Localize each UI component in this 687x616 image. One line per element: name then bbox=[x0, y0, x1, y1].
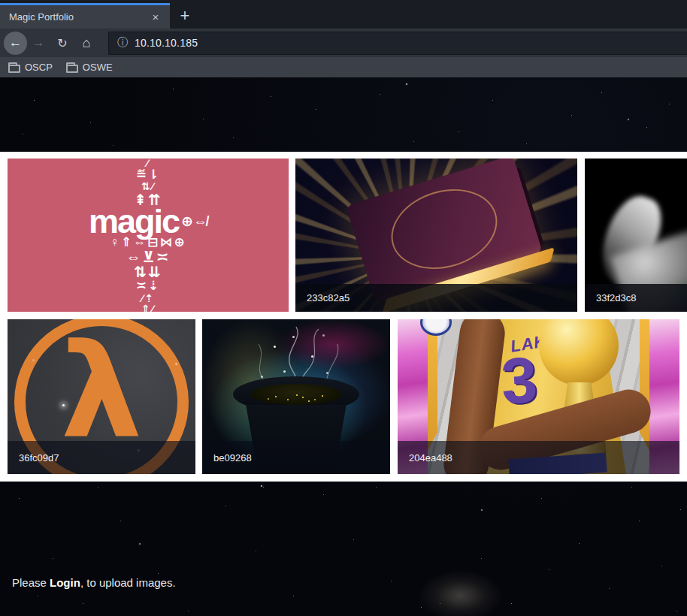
wordart-line: ⇔⊻≍ bbox=[126, 249, 171, 264]
gold-frame-bar bbox=[428, 319, 437, 451]
tab-title: Magic Portfolio bbox=[9, 11, 147, 23]
magic-wordart-image: ∕ ≝⇂ ⇅∕ ⇞⇈ magic ⊕⇎ ♀⇑⇔⊟⋈⊕ ⇔⊻≍ ⇅⇊ ≍⇣ ∕⇡ … bbox=[8, 159, 289, 312]
gallery-card-204ea488[interactable]: LAK 3 204ea488 bbox=[398, 319, 679, 474]
tab-bar: Magic Portfolio × + bbox=[0, 0, 687, 29]
folder-icon bbox=[66, 65, 78, 73]
image-caption: 33f2d3c8 bbox=[585, 284, 687, 312]
caption-text: be09268 bbox=[213, 452, 252, 464]
image-gallery: ∕ ≝⇂ ⇅∕ ⇞⇈ magic ⊕⇎ ♀⇑⇔⊟⋈⊕ ⇔⊻≍ ⇅⇊ ≍⇣ ∕⇡ … bbox=[0, 152, 687, 482]
reload-button[interactable]: ↻ bbox=[51, 36, 74, 50]
tab-close-icon[interactable]: × bbox=[147, 11, 164, 23]
bookmarks-toolbar: OSCP OSWE bbox=[0, 57, 687, 77]
star-field-bright bbox=[0, 77, 2, 79]
login-link[interactable]: Login bbox=[50, 576, 80, 589]
gold-specks bbox=[296, 394, 298, 396]
home-button[interactable]: ⌂ bbox=[75, 35, 98, 51]
wordart-line: ⇅∕ bbox=[141, 181, 155, 192]
wordart-line: ∕⇡ bbox=[141, 293, 155, 303]
gold-frame-bar bbox=[640, 319, 649, 451]
navigation-toolbar: ← → ↻ ⌂ ⓘ 10.10.10.185 bbox=[0, 29, 687, 57]
caption-text: 33f2d3c8 bbox=[596, 292, 637, 303]
sparkle-dots bbox=[202, 319, 204, 322]
gallery-card-be09268[interactable]: be09268 bbox=[202, 319, 390, 474]
home-icon: ⌂ bbox=[83, 35, 91, 51]
galaxy-glow bbox=[417, 569, 504, 616]
gallery-card-33f2d3c8[interactable]: 33f2d3c8 bbox=[585, 159, 687, 312]
wordart-line: ≝⇂ bbox=[136, 168, 161, 181]
bookmark-label: OSWE bbox=[83, 62, 113, 73]
wordart-magic-text: magic bbox=[89, 207, 179, 236]
new-tab-button[interactable]: + bbox=[174, 5, 196, 26]
bookmark-folder-oswe[interactable]: OSWE bbox=[66, 62, 113, 73]
image-caption: be09268 bbox=[202, 441, 390, 474]
image-caption: 204ea488 bbox=[398, 441, 679, 474]
wordart-line: ♀⇑⇔⊟⋈⊕ bbox=[110, 236, 186, 249]
forward-button[interactable]: → bbox=[27, 35, 50, 50]
wordart-line: ≍⇣ bbox=[136, 279, 161, 292]
bookmark-folder-oscp[interactable]: OSCP bbox=[8, 62, 53, 73]
tab-magic-portfolio[interactable]: Magic Portfolio × bbox=[0, 3, 170, 29]
wordart-line: ⇅⇊ bbox=[134, 264, 162, 279]
caption-text: 233c82a5 bbox=[307, 292, 350, 303]
gallery-card-233c82a5[interactable]: 233c82a5 bbox=[295, 159, 577, 312]
caption-text: 36fc09d7 bbox=[19, 452, 59, 464]
back-button[interactable]: ← bbox=[4, 32, 27, 55]
hat-mouth bbox=[250, 384, 342, 405]
login-prompt: Please Login, to upload images. bbox=[12, 576, 176, 589]
login-prompt-prefix: Please bbox=[12, 576, 50, 589]
plus-icon: + bbox=[180, 6, 190, 26]
url-text: 10.10.10.185 bbox=[135, 37, 198, 49]
back-icon: ← bbox=[9, 35, 22, 50]
image-caption: 233c82a5 bbox=[295, 284, 577, 312]
gallery-card-magic-wordart[interactable]: ∕ ≝⇂ ⇅∕ ⇞⇈ magic ⊕⇎ ♀⇑⇔⊟⋈⊕ ⇔⊻≍ ⇅⇊ ≍⇣ ∕⇡ … bbox=[8, 159, 289, 312]
login-prompt-suffix: , to upload images. bbox=[80, 576, 176, 589]
reload-icon: ↻ bbox=[57, 36, 67, 50]
url-bar[interactable]: ⓘ 10.10.10.185 bbox=[108, 32, 687, 55]
caption-text: 204ea488 bbox=[409, 452, 452, 464]
bookmark-label: OSCP bbox=[25, 62, 53, 73]
wordart-line: ⇑∕ bbox=[141, 303, 155, 312]
folder-icon bbox=[8, 65, 20, 73]
image-caption: 36fc09d7 bbox=[8, 441, 195, 474]
wordart-line: ⊕⇎ bbox=[181, 216, 207, 228]
page-viewport: ∕ ≝⇂ ⇅∕ ⇞⇈ magic ⊕⇎ ♀⇑⇔⊟⋈⊕ ⇔⊻≍ ⇅⇊ ≍⇣ ∕⇡ … bbox=[0, 77, 687, 616]
jersey-number: 3 bbox=[499, 343, 539, 418]
forward-icon: → bbox=[32, 35, 45, 50]
gallery-card-36fc09d7[interactable]: λ 36fc09d7 bbox=[8, 319, 195, 474]
site-info-icon[interactable]: ⓘ bbox=[117, 36, 128, 50]
star-dot bbox=[62, 404, 65, 406]
